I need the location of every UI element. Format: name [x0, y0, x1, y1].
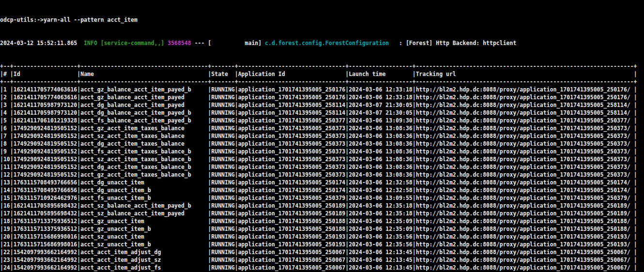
cell-state: RUNNING — [211, 210, 234, 217]
cell-state: RUNNING — [211, 102, 234, 108]
cell-tracking-url[interactable]: http://bl2m2.hdp.dc:8088/proxy/applicati… — [416, 195, 634, 201]
table-row: |24|1542097993662164992|acct_acct_item_a… — [0, 264, 644, 272]
cell-tracking-url[interactable]: http://bl2m2.hdp.dc:8088/proxy/applicati… — [416, 133, 634, 139]
cell-tracking-url[interactable]: http://bl2m2.hdp.dc:8088/proxy/applicati… — [416, 179, 634, 186]
cell-tracking-url[interactable]: http://bl2m2.hdp.dc:8088/proxy/applicati… — [416, 117, 634, 124]
cell-application-id: application_1701741395005_250373 — [238, 140, 346, 147]
cell-tracking-url[interactable]: http://bl2m2.hdp.dc:8088/proxy/applicati… — [416, 164, 634, 170]
cell-tracking-url[interactable]: http://bl2m2.hdp.dc:8088/proxy/applicati… — [416, 241, 634, 248]
cell-launch-time: 2024-03-06 12:35:18 — [349, 210, 413, 217]
cell-launch-time: 2024-03-06 12:13:45 — [349, 257, 413, 263]
cell-application-id: application_1701741395005_250176 — [238, 94, 346, 101]
cell-application-id: application_1701741395005_250193 — [238, 233, 346, 240]
cell-name: acct_sz_acct_item_taxes_balance — [80, 133, 208, 139]
cell-name: acct_acct_item_adjust_sz — [80, 257, 208, 263]
cell-name: acct_gz_unacct_item_b — [80, 226, 208, 232]
cell-id: 1749290924819505152 — [14, 164, 77, 170]
cell-tracking-url[interactable]: http://bl2m2.hdp.dc:8088/proxy/applicati… — [416, 148, 634, 155]
cell-name: acct_sz_unacct_item_b — [80, 241, 208, 248]
cell-tracking-url[interactable]: http://bl2m2.hdp.dc:8088/proxy/applicati… — [416, 140, 634, 147]
cell-tracking-url[interactable]: http://bl2m2.hdp.dc:8088/proxy/applicati… — [416, 125, 634, 132]
cell-launch-time: 2024-03-06 12:33:18 — [349, 86, 413, 93]
yarn-applications-table: +--+-------------------+----------------… — [0, 62, 644, 272]
terminal-window[interactable]: odcp-utils:->yarn-all --pattern acct_ite… — [0, 0, 644, 272]
cell-name: acct_gz_acct_item_taxes_balance — [80, 125, 208, 132]
cell-name: acct_dg_acct_item_taxes_balance_b — [80, 164, 208, 170]
cell-id: 1621411705987973120 — [14, 109, 77, 116]
cell-name: acct_fs_unacct_item_b — [80, 195, 208, 201]
cell-tracking-url[interactable]: http://bl2m2.hdp.dc:8088/proxy/applicati… — [416, 249, 634, 256]
cell-tracking-url[interactable]: http://bl2m2.hdp.dc:8088/proxy/applicati… — [416, 257, 634, 263]
cell-tracking-url[interactable]: http://bl2m2.hdp.dc:8088/proxy/applicati… — [416, 156, 634, 163]
cell-tracking-url[interactable]: http://bl2m2.hdp.dc:8088/proxy/applicati… — [416, 226, 634, 232]
cell-application-id: application_1701741395005_250373 — [238, 133, 346, 139]
table-row: |3 |1621411705987973120|acct_dg_balance_… — [0, 101, 644, 109]
cell-application-id: application_1701741395005_250373 — [238, 164, 346, 170]
cell-name: acct_gz_balance_acct_item_payed — [80, 94, 208, 101]
cell-num: 2 — [3, 94, 10, 101]
cell-tracking-url[interactable]: http://bl2m2.hdp.dc:8088/proxy/applicati… — [416, 264, 634, 271]
cell-tracking-url[interactable]: http://bl2m2.hdp.dc:8088/proxy/applicati… — [416, 187, 634, 194]
cell-state: RUNNING — [211, 257, 234, 263]
table-row: |14|1763115708493766656|acct_dg_unacct_i… — [0, 186, 644, 194]
cell-launch-time: 2024-03-06 12:32:58 — [349, 179, 413, 186]
table-row: |18|1763115713375936512|acct_gz_unacct_i… — [0, 217, 644, 225]
cell-state: RUNNING — [211, 249, 234, 256]
cell-num: 3 — [3, 102, 10, 108]
cell-application-id: application_1701741395005_250174 — [238, 179, 346, 186]
cell-num: 20 — [3, 233, 10, 240]
cell-launch-time: 2024-03-07 21:30:05 — [349, 109, 413, 116]
cell-state: RUNNING — [211, 226, 234, 232]
cell-application-id: application_1701741395005_258114 — [238, 109, 346, 116]
cell-name: acct_dg_balance_acct_item_payed — [80, 102, 208, 108]
cell-state: RUNNING — [211, 94, 234, 101]
cell-num: 11 — [3, 164, 10, 170]
cell-application-id: application_1701741395005_250067 — [238, 257, 346, 263]
log-pid: 3568548 — [168, 40, 191, 46]
cell-num: 24 — [3, 264, 10, 271]
cell-application-id: application_1701741395005_250189 — [238, 202, 346, 209]
cell-state: RUNNING — [211, 156, 234, 163]
cell-launch-time: 2024-03-07 21:30:05 — [349, 102, 413, 108]
cell-launch-time: 2024-03-06 13:08:36 — [349, 133, 413, 139]
cell-id: 1542097993662164992 — [14, 257, 77, 263]
cell-id: 1749290924819505152 — [14, 125, 77, 132]
cell-tracking-url[interactable]: http://bl2m2.hdp.dc:8088/proxy/applicati… — [416, 218, 634, 225]
cell-application-id: application_1701741395005_250176 — [238, 86, 346, 93]
cell-num: 6 — [3, 125, 10, 132]
cell-name: acct_sz_balance_acct_item_payed_b — [80, 202, 208, 209]
cell-state: RUNNING — [211, 164, 234, 170]
cell-id: 1763115713375936512 — [14, 218, 77, 225]
table-row: |22|1542097993662164992|acct_acct_item_a… — [0, 248, 644, 256]
column-header-launch-time: Launch time — [349, 71, 413, 77]
cell-id: 1621411705774063616 — [14, 86, 77, 93]
cell-num: 23 — [3, 257, 10, 263]
table-row: |8 |1749290924819505152|acct_dg_acct_ite… — [0, 140, 644, 148]
cell-state: RUNNING — [211, 195, 234, 201]
cell-id: 1749290924819505152 — [14, 148, 77, 155]
cell-name: acct_acct_item_adjust_dg — [80, 249, 208, 256]
cell-tracking-url[interactable]: http://bl2m2.hdp.dc:8088/proxy/applicati… — [416, 233, 634, 240]
cell-name: acct_sz_balance_acct_item_payed — [80, 210, 208, 217]
cell-id: 1621411706101219328 — [14, 117, 77, 124]
cell-state: RUNNING — [211, 171, 234, 178]
cell-launch-time: 2024-03-06 12:35:09 — [349, 218, 413, 225]
cell-application-id: application_1701741395005_250193 — [238, 241, 346, 248]
cell-tracking-url[interactable]: http://bl2m2.hdp.dc:8088/proxy/applicati… — [416, 109, 634, 116]
cell-tracking-url[interactable]: http://bl2m2.hdp.dc:8088/proxy/applicati… — [416, 86, 634, 93]
table-row: |16|1621411705895698432|acct_sz_balance_… — [0, 202, 644, 210]
cell-tracking-url[interactable]: http://bl2m2.hdp.dc:8088/proxy/applicati… — [416, 94, 634, 101]
cell-num: 16 — [3, 202, 10, 209]
cell-launch-time: 2024-03-06 12:13:45 — [349, 264, 413, 271]
cell-state: RUNNING — [211, 241, 234, 248]
cell-tracking-url[interactable]: http://bl2m2.hdp.dc:8088/proxy/applicati… — [416, 210, 634, 217]
cell-state: RUNNING — [211, 202, 234, 209]
cell-id: 1749290924819505152 — [14, 156, 77, 163]
cell-tracking-url[interactable]: http://bl2m2.hdp.dc:8088/proxy/applicati… — [416, 102, 634, 108]
cell-application-id: application_1701741395005_250377 — [238, 117, 346, 124]
table-row: |6 |1749290924819505152|acct_gz_acct_ite… — [0, 124, 644, 132]
cell-tracking-url[interactable]: http://bl2m2.hdp.dc:8088/proxy/applicati… — [416, 202, 634, 209]
cell-launch-time: 2024-03-06 13:09:30 — [349, 117, 413, 124]
cell-tracking-url[interactable]: http://bl2m2.hdp.dc:8088/proxy/applicati… — [416, 171, 634, 178]
cell-state: RUNNING — [211, 86, 234, 93]
